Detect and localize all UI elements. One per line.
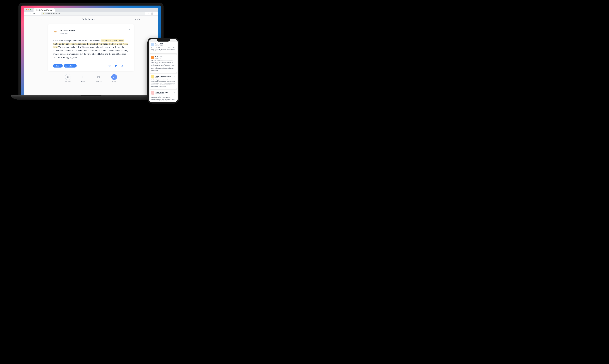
phone-book-author: Mortimer J. Adler [155, 93, 168, 94]
highlight-text: Habits are the compound interest of self… [53, 39, 129, 59]
master-label: Master [80, 81, 85, 83]
previous-card-arrow[interactable]: ← [39, 50, 43, 54]
close-tab-icon[interactable]: × [53, 9, 54, 11]
phone-highlight-card[interactable]: Make It StickPeter C. Brown⌄One of the b… [150, 41, 177, 53]
url-text: readwise.io/dailyreview [45, 13, 60, 14]
nav-home-icon[interactable]: ⌂ [37, 13, 39, 15]
minimize-window-button[interactable] [28, 9, 29, 10]
text-segment: They seem to make little difference on a… [53, 46, 128, 59]
chevron-down-icon[interactable]: ⌄ [174, 56, 175, 57]
laptop-screen-bezel: R Daily Review | Review × + ← → ⟳ ⌂ 🔒 re… [18, 3, 164, 95]
chevron-down-icon[interactable]: ⌄ [174, 75, 175, 77]
tag-icon[interactable] [109, 65, 111, 67]
phone-book-title: How to Read a Book [155, 91, 168, 93]
phone-book-cover [151, 56, 154, 59]
phone-card-header: Tools of TitansTim Ferriss⌄ [151, 56, 175, 59]
remove-tag-icon[interactable]: ✕ [60, 65, 61, 67]
phone-device: Make It StickPeter C. Brown⌄One of the b… [147, 38, 179, 104]
header-back-icon[interactable]: ‹ [41, 18, 42, 21]
book-title: Atomic Habits [60, 29, 75, 32]
phone-screen: Make It StickPeter C. Brown⌄One of the b… [149, 39, 178, 102]
tag-label: habits [54, 65, 59, 67]
edit-icon[interactable] [121, 65, 123, 67]
laptop-device: R Daily Review | Review × + ← → ⟳ ⌂ 🔒 re… [18, 3, 164, 100]
check-icon [113, 76, 116, 78]
phone-highlight-card[interactable]: Tools of TitansTim Ferriss⌄Life can be m… [150, 54, 177, 73]
phone-book-cover [151, 43, 154, 46]
browser-window: R Daily Review | Review × + ← → ⟳ ⌂ 🔒 re… [24, 8, 158, 95]
card-action-icons [109, 65, 129, 67]
laptop-hinge-notch [80, 95, 102, 96]
nav-reload-icon[interactable]: ⟳ [33, 13, 35, 15]
chevron-down-icon[interactable]: ⌄ [174, 43, 175, 45]
phone-book-cover [151, 75, 154, 78]
phone-highlight-text: The art of reading, in short, includes a… [151, 95, 175, 102]
phone-book-author: Tim Ferriss [155, 58, 164, 59]
browser-toolbar: ← → ⟳ ⌂ 🔒 readwise.io/dailyreview ☆ ⋮ [24, 12, 158, 15]
book-cover-thumbnail: Atomic Habits [53, 28, 58, 35]
page-title: Daily Review [81, 18, 95, 21]
phone-highlight-text: One of the best habits a learner can ins… [151, 47, 175, 52]
browser-tab[interactable]: R Daily Review | Review × [34, 8, 55, 12]
card-options-chevron-icon[interactable]: ⌄ [129, 28, 130, 30]
tags-list: habits ✕ motivation ✕ [53, 64, 77, 67]
phone-card-header: How to Take Smart NotesSönke Ahrens⌄ [151, 75, 175, 78]
chevron-down-icon[interactable]: ⌄ [174, 91, 175, 93]
bookmark-star-icon[interactable]: ☆ [147, 13, 149, 15]
phone-highlight-text: Studies on highly successful people have… [151, 79, 175, 87]
app-content: ‹ Daily Review 2 of 13 ← ⌄ Atomic Habits [24, 15, 158, 95]
phone-book-title: Make It Stick [155, 43, 163, 45]
phone-highlight-card[interactable]: How to Read a BookMortimer J. Adler⌄The … [150, 90, 177, 102]
profile-avatar[interactable] [151, 13, 153, 15]
book-author: James Clear [60, 32, 75, 34]
nav-forward-icon[interactable]: → [29, 13, 31, 15]
window-controls [25, 8, 32, 12]
address-bar[interactable]: 🔒 readwise.io/dailyreview [41, 12, 145, 15]
discard-button[interactable]: Discard [65, 74, 71, 83]
highlight-card: ⌄ Atomic Habits Atomic Habits James Clea… [48, 24, 134, 71]
tab-favicon: R [35, 9, 37, 11]
tag-label: motivation [65, 65, 73, 67]
phone-card-header: Make It StickPeter C. Brown⌄ [151, 43, 175, 46]
browser-menu-icon[interactable]: ⋮ [155, 13, 157, 15]
phone-card-header: How to Read a BookMortimer J. Adler⌄ [151, 91, 175, 95]
browser-tab-strip: R Daily Review | Review × + [24, 8, 158, 12]
phone-book-author: Sönke Ahrens [155, 77, 171, 78]
close-window-button[interactable] [26, 9, 27, 10]
card-footer: habits ✕ motivation ✕ [53, 64, 129, 67]
brain-icon [81, 76, 85, 78]
text-segment: Habits are the compound interest of self… [53, 39, 101, 42]
done-button[interactable]: Done [111, 74, 117, 83]
new-tab-button[interactable]: + [55, 9, 58, 12]
share-icon[interactable] [127, 65, 129, 67]
laptop-camera [91, 4, 91, 5]
card-header: Atomic Habits Atomic Habits James Clear [53, 28, 129, 35]
master-button[interactable]: Master [80, 74, 86, 83]
tab-title: Daily Review | Review [38, 9, 52, 11]
review-counter: 2 of 13 [135, 18, 141, 20]
phone-highlight-card[interactable]: How to Take Smart NotesSönke Ahrens⌄Stud… [150, 74, 177, 89]
phone-book-title: How to Take Smart Notes [155, 76, 171, 77]
favorite-heart-icon[interactable] [115, 65, 117, 67]
phone-book-author: Peter C. Brown [155, 45, 163, 46]
desktop-wallpaper: R Daily Review | Review × + ← → ⟳ ⌂ 🔒 re… [21, 6, 161, 95]
phone-book-cover [151, 91, 154, 95]
clock-icon [97, 76, 100, 78]
tag-pill[interactable]: motivation ✕ [64, 64, 77, 67]
maximize-window-button[interactable] [30, 9, 31, 10]
bottom-action-bar: Discard Master Feedback Done [24, 74, 158, 83]
phone-notch [157, 39, 170, 41]
lock-icon: 🔒 [42, 13, 44, 14]
done-label: Done [112, 81, 116, 83]
feedback-label: Feedback [95, 81, 102, 83]
remove-tag-icon[interactable]: ✕ [74, 65, 75, 67]
app-header: ‹ Daily Review 2 of 13 [24, 15, 158, 23]
svg-point-0 [109, 65, 109, 65]
laptop-base [11, 95, 171, 100]
feedback-button[interactable]: Feedback [95, 74, 102, 83]
phone-highlight-text: Life can be much broader, once you disco… [151, 60, 175, 71]
phone-book-title: Tools of Titans [155, 56, 164, 58]
tag-pill[interactable]: habits ✕ [53, 64, 63, 67]
phone-highlights-list[interactable]: Make It StickPeter C. Brown⌄One of the b… [149, 39, 178, 102]
nav-back-icon[interactable]: ← [25, 13, 27, 15]
